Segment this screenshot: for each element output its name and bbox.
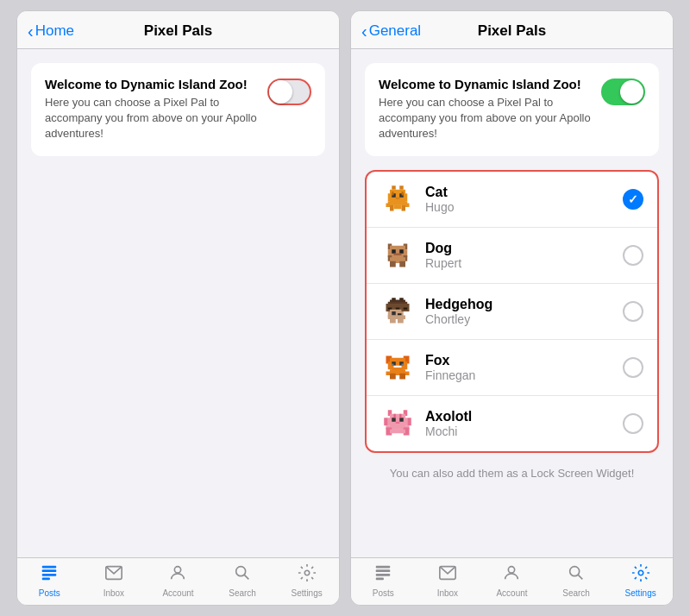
svg-rect-30 [392, 249, 396, 254]
left-account-icon [168, 563, 187, 586]
right-nav-bar: ‹ General Pixel Pals [351, 11, 673, 49]
animal-item-axolotl[interactable]: Axolotl Mochi [367, 396, 657, 451]
left-welcome-title: Welcome to Dynamic Island Zoo! [45, 77, 257, 91]
svg-rect-69 [402, 363, 404, 365]
axolotl-name: Axolotl [425, 409, 623, 424]
left-tab-account-label: Account [162, 588, 193, 598]
right-tab-settings[interactable]: Settings [608, 563, 673, 598]
left-tab-search-label: Search [229, 588, 256, 598]
right-toggle[interactable] [601, 79, 645, 105]
left-welcome-card: Welcome to Dynamic Island Zoo! Here you … [31, 63, 325, 156]
svg-rect-21 [390, 204, 394, 211]
cat-subname: Hugo [425, 200, 623, 214]
svg-rect-54 [398, 317, 404, 323]
fox-info: Fox Finnegan [425, 353, 623, 382]
svg-rect-89 [376, 578, 384, 581]
svg-rect-23 [394, 204, 402, 209]
left-screen: ‹ Home Pixel Pals Welcome to Dynamic Isl… [16, 10, 340, 606]
dog-name: Dog [425, 241, 623, 256]
animal-item-hedgehog[interactable]: Hedgehog Chortley [367, 284, 657, 340]
right-account-icon [502, 563, 521, 586]
left-back-label: Home [35, 22, 74, 40]
svg-rect-47 [404, 307, 408, 309]
right-tab-inbox[interactable]: Inbox [416, 563, 480, 598]
svg-rect-83 [407, 418, 411, 425]
right-content: Welcome to Dynamic Island Zoo! Here you … [351, 49, 673, 557]
animal-list: Cat Hugo ✓ [365, 170, 659, 453]
fox-name: Fox [425, 353, 623, 368]
right-back-label: General [369, 22, 421, 40]
widget-hint: You can also add them as a Lock Screen W… [365, 463, 659, 483]
axolotl-icon [380, 406, 415, 441]
svg-rect-66 [390, 373, 396, 379]
left-search-icon [233, 563, 252, 586]
svg-line-7 [244, 575, 248, 579]
right-welcome-desc: Here you can choose a Pixel Pal to accom… [379, 95, 591, 142]
left-tab-settings-label: Settings [292, 588, 323, 598]
svg-rect-31 [399, 249, 404, 254]
axolotl-radio[interactable] [623, 413, 643, 434]
hedgehog-info: Hedgehog Chortley [425, 297, 623, 326]
animal-item-fox[interactable]: Fox Finnegan [367, 340, 657, 396]
left-content: Welcome to Dynamic Island Zoo! Here you … [17, 49, 339, 557]
svg-point-8 [304, 570, 310, 575]
dog-radio[interactable] [623, 245, 643, 266]
right-tab-inbox-label: Inbox [437, 588, 458, 598]
right-back-button[interactable]: ‹ General [361, 22, 421, 40]
hedgehog-radio[interactable] [623, 301, 643, 322]
fox-radio[interactable] [623, 357, 643, 378]
svg-rect-38 [399, 261, 405, 267]
left-welcome-desc: Here you can choose a Pixel Pal to accom… [45, 95, 257, 142]
right-welcome-card: Welcome to Dynamic Island Zoo! Here you … [365, 63, 659, 156]
svg-rect-45 [388, 307, 392, 309]
left-toggle-container[interactable] [267, 79, 311, 105]
left-tab-account[interactable]: Account [146, 563, 210, 598]
left-tab-settings[interactable]: Settings [274, 563, 339, 598]
svg-rect-1 [42, 569, 57, 572]
right-toggle-knob [620, 80, 643, 104]
cat-radio[interactable]: ✓ [623, 189, 643, 210]
left-toggle-knob [269, 80, 292, 104]
svg-rect-50 [392, 311, 396, 316]
left-tab-posts[interactable]: Posts [17, 563, 82, 598]
svg-rect-2 [42, 574, 57, 576]
cat-name: Cat [425, 185, 623, 200]
svg-rect-25 [402, 192, 404, 196]
hedgehog-icon [380, 294, 415, 329]
left-tab-inbox[interactable]: Inbox [82, 563, 147, 598]
svg-rect-75 [399, 418, 404, 422]
svg-rect-0 [42, 566, 57, 569]
svg-point-92 [570, 567, 580, 576]
dog-info: Dog Rupert [425, 241, 623, 270]
svg-rect-15 [396, 197, 400, 198]
right-tab-account[interactable]: Account [480, 563, 544, 598]
left-welcome-text: Welcome to Dynamic Island Zoo! Here you … [45, 77, 257, 142]
svg-rect-53 [390, 317, 396, 323]
svg-rect-37 [390, 261, 396, 267]
right-back-chevron-icon: ‹ [361, 22, 367, 40]
left-posts-icon [40, 563, 59, 586]
svg-rect-20 [405, 203, 410, 207]
left-back-button[interactable]: ‹ Home [28, 22, 74, 40]
svg-point-6 [236, 567, 246, 576]
hedgehog-name: Hedgehog [425, 297, 623, 312]
svg-rect-24 [392, 192, 393, 196]
fox-subname: Finnegan [425, 368, 623, 382]
left-tab-bar: Posts Inbox Account Search [17, 557, 339, 605]
screens-container: ‹ Home Pixel Pals Welcome to Dynamic Isl… [6, 0, 684, 616]
left-toggle[interactable] [267, 79, 311, 105]
right-tab-posts[interactable]: Posts [351, 563, 416, 598]
svg-line-93 [578, 575, 582, 579]
left-back-chevron-icon: ‹ [28, 22, 34, 40]
right-toggle-container[interactable] [601, 79, 645, 105]
svg-rect-81 [390, 429, 405, 433]
svg-rect-18 [388, 201, 408, 205]
svg-rect-84 [394, 413, 396, 418]
right-tab-search[interactable]: Search [544, 563, 609, 598]
left-inbox-icon [104, 563, 123, 586]
animal-item-cat[interactable]: Cat Hugo ✓ [367, 172, 657, 228]
animal-item-dog[interactable]: Dog Rupert [367, 228, 657, 284]
right-welcome-title: Welcome to Dynamic Island Zoo! [379, 77, 591, 91]
svg-point-91 [509, 567, 515, 573]
left-tab-search[interactable]: Search [210, 563, 275, 598]
